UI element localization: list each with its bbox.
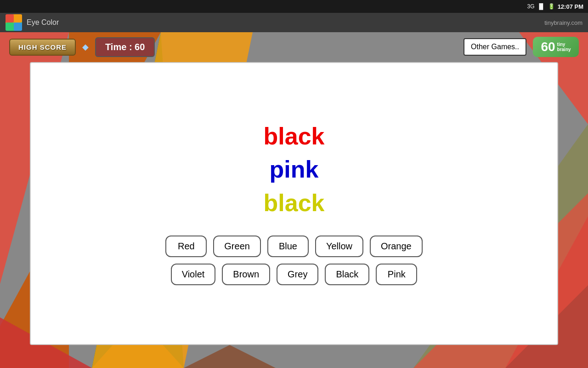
answer-button-green[interactable]: Green	[213, 236, 261, 257]
logo-number: 60	[541, 40, 555, 54]
svg-rect-3	[14, 23, 22, 31]
color-word-2: pink	[270, 155, 319, 184]
answer-button-grey[interactable]: Grey	[277, 264, 318, 285]
game-background: HIGH SCORE ◆ Time : 60 Other Games.. 60 …	[0, 32, 588, 368]
svg-rect-2	[6, 23, 14, 31]
answer-buttons-area: Red Green Blue Yellow Orange Violet Brow…	[165, 236, 422, 285]
color-word-1: black	[264, 122, 325, 150]
battery-icon: 🔋	[548, 3, 555, 10]
tinybrainy-logo: 60 tinybrainy	[533, 37, 579, 57]
network-icon: ▐▌	[537, 3, 545, 10]
svg-marker-14	[184, 345, 276, 368]
diamond-icon: ◆	[82, 42, 89, 52]
answer-button-red[interactable]: Red	[165, 236, 207, 257]
app-title: Eye Color	[27, 18, 540, 27]
status-bar: 3G ▐▌ 🔋 12:07 PM	[0, 0, 588, 13]
high-score-button[interactable]: HIGH SCORE	[9, 39, 76, 56]
answer-button-brown[interactable]: Brown	[222, 264, 270, 285]
button-row-2: Violet Brown Grey Black Pink	[171, 264, 418, 285]
timer-display: Time : 60	[95, 37, 155, 57]
answer-button-black[interactable]: Black	[325, 264, 369, 285]
app-logo	[6, 14, 22, 31]
svg-rect-1	[14, 14, 22, 23]
other-games-button[interactable]: Other Games..	[464, 38, 526, 56]
toolbar: HIGH SCORE ◆ Time : 60 Other Games.. 60 …	[0, 37, 588, 57]
brand-label: tinybrainy.com	[544, 19, 582, 26]
clock: 12:07 PM	[558, 3, 583, 10]
svg-rect-0	[6, 14, 14, 23]
button-row-1: Red Green Blue Yellow Orange	[165, 236, 422, 257]
game-card: black pink black Red Green Blue Yellow O…	[30, 62, 558, 345]
answer-button-pink[interactable]: Pink	[376, 264, 417, 285]
answer-button-blue[interactable]: Blue	[267, 236, 309, 257]
signal-icon: 3G	[527, 3, 535, 10]
app-bar: Eye Color tinybrainy.com	[0, 13, 588, 32]
answer-button-yellow[interactable]: Yellow	[315, 236, 363, 257]
logo-text: tinybrainy	[557, 42, 571, 52]
answer-button-violet[interactable]: Violet	[171, 264, 216, 285]
color-word-3: black	[264, 189, 325, 217]
answer-button-orange[interactable]: Orange	[370, 236, 423, 257]
